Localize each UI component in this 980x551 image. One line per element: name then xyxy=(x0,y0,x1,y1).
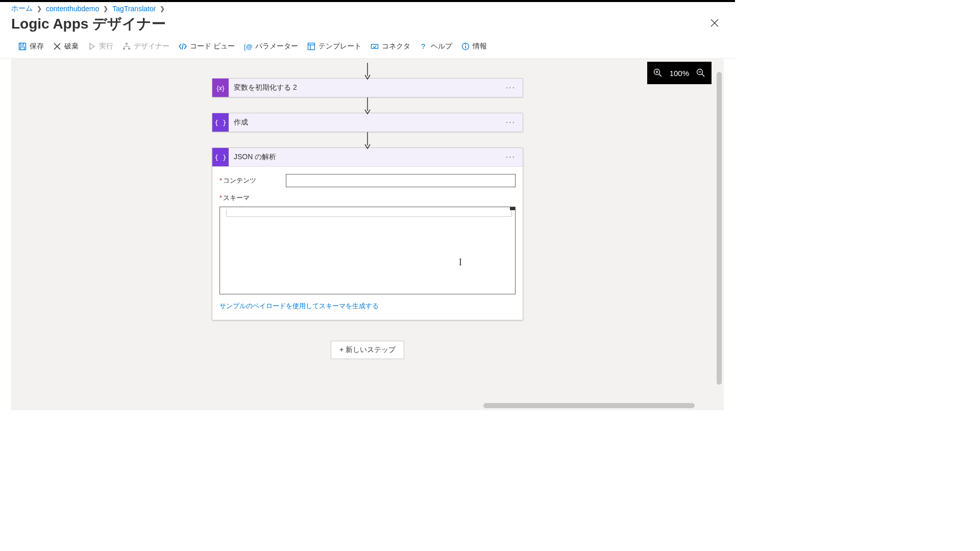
parameters-label: パラメーター xyxy=(255,42,298,51)
svg-rect-3 xyxy=(126,43,128,44)
run-label: 実行 xyxy=(99,42,113,51)
templates-button[interactable]: テンプレート xyxy=(303,40,365,53)
designer-label: デザイナー xyxy=(134,42,169,51)
help-label: ヘルプ xyxy=(431,42,452,51)
discard-label: 破棄 xyxy=(64,42,79,51)
toolbar: 保存 破棄 実行 デザイナー コード ビュー xyxy=(0,37,735,59)
close-icon xyxy=(710,19,719,27)
page-title: Logic Apps デザイナー xyxy=(11,14,705,34)
parameters-icon: [@] xyxy=(244,42,252,51)
code-view-button[interactable]: コード ビュー xyxy=(175,40,239,53)
connectors-label: コネクタ xyxy=(382,42,410,51)
discard-icon xyxy=(53,42,61,51)
step-menu-button[interactable]: ··· xyxy=(499,83,523,92)
step-compose[interactable]: { } 作成 ··· xyxy=(212,113,523,132)
designer-button: デザイナー xyxy=(118,40,174,53)
flow-arrow xyxy=(367,99,368,112)
chevron-right-icon: ❯ xyxy=(103,5,108,12)
new-step-button[interactable]: + 新しいステップ xyxy=(331,341,404,359)
discard-button[interactable]: 破棄 xyxy=(49,40,83,53)
parse-json-icon: { } xyxy=(212,148,229,166)
step-parse-json[interactable]: { } JSON の解析 ··· *コンテンツ *スキーマ xyxy=(212,147,523,320)
step-menu-button[interactable]: ··· xyxy=(499,153,523,162)
horizontal-scrollbar[interactable] xyxy=(11,402,716,409)
text-cursor-icon: I xyxy=(459,257,462,268)
designer-icon xyxy=(122,42,131,51)
compose-icon: { } xyxy=(212,113,229,132)
content-field-label: *コンテンツ xyxy=(219,176,286,185)
run-button: 実行 xyxy=(84,40,117,53)
parameters-button[interactable]: [@] パラメーター xyxy=(240,40,302,53)
step-title: 変数を初期化する 2 xyxy=(229,83,499,92)
flow-arrow xyxy=(367,65,368,77)
help-icon: ? xyxy=(420,42,428,51)
breadcrumb-item-contenthub[interactable]: contenthubdemo xyxy=(46,5,99,13)
svg-text:?: ? xyxy=(421,42,425,51)
breadcrumb-item-tagtranslator[interactable]: TagTranslator xyxy=(112,5,156,13)
step-initialize-variable[interactable]: {x} 変数を初期化する 2 ··· xyxy=(212,78,523,97)
designer-canvas[interactable]: 100% {x} 変数を初期化する 2 ··· xyxy=(11,59,724,410)
close-button[interactable] xyxy=(705,16,724,33)
svg-point-14 xyxy=(465,44,466,45)
connectors-icon xyxy=(371,42,379,51)
vertical-scrollbar[interactable] xyxy=(716,72,723,385)
svg-rect-1 xyxy=(20,43,23,45)
step-body: *コンテンツ *スキーマ I サンプルのペイロードを使用してスキー xyxy=(212,167,523,320)
save-icon xyxy=(18,42,27,51)
svg-rect-5 xyxy=(128,48,130,49)
info-button[interactable]: 情報 xyxy=(457,40,491,53)
svg-rect-4 xyxy=(123,48,125,49)
info-icon xyxy=(461,42,470,51)
breadcrumb-home[interactable]: ホーム xyxy=(11,4,33,13)
info-label: 情報 xyxy=(473,42,487,51)
chevron-right-icon: ❯ xyxy=(160,5,165,12)
generate-schema-link[interactable]: サンプルのペイロードを使用してスキーマを生成する xyxy=(219,302,516,311)
step-title: 作成 xyxy=(229,118,499,127)
connectors-button[interactable]: コネクタ xyxy=(366,40,414,53)
schema-field-label: *スキーマ xyxy=(219,193,516,203)
flow-arrow xyxy=(367,134,368,146)
step-title: JSON の解析 xyxy=(229,153,499,162)
play-icon xyxy=(88,42,96,51)
save-label: 保存 xyxy=(30,42,44,51)
schema-input[interactable]: I xyxy=(219,207,516,294)
step-menu-button[interactable]: ··· xyxy=(499,118,523,127)
templates-icon xyxy=(307,42,315,51)
content-input[interactable] xyxy=(286,174,516,187)
svg-rect-7 xyxy=(308,43,314,50)
chevron-right-icon: ❯ xyxy=(37,5,42,12)
breadcrumb: ホーム ❯ contenthubdemo ❯ TagTranslator ❯ xyxy=(0,2,735,13)
code-icon xyxy=(179,42,187,51)
save-button[interactable]: 保存 xyxy=(14,40,48,53)
svg-text:[@]: [@] xyxy=(244,43,252,51)
variable-icon: {x} xyxy=(212,79,229,97)
svg-rect-2 xyxy=(20,47,24,50)
help-button[interactable]: ? ヘルプ xyxy=(415,40,456,53)
code-view-label: コード ビュー xyxy=(190,42,235,51)
templates-label: テンプレート xyxy=(318,42,361,51)
